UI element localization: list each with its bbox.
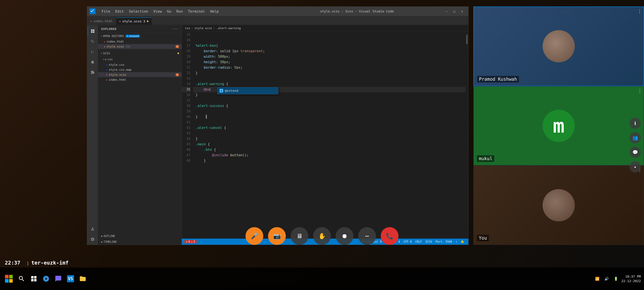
- tile-menu-mukul[interactable]: ⋮: [638, 88, 642, 93]
- participants-button[interactable]: 👥: [630, 132, 641, 143]
- browser-taskbar[interactable]: [40, 273, 52, 284]
- ln-27: 27: [182, 43, 190, 49]
- sync-icon: ↑: [454, 240, 459, 243]
- css-folder-header[interactable]: ▾ ▶ css: [98, 56, 182, 62]
- chat-button[interactable]: 💬: [630, 147, 641, 158]
- tab-scss-icon: ◆: [119, 20, 120, 23]
- taskbar: VS 📶 🔊 🔋 10:37 PM 22-12-2022: [0, 267, 644, 290]
- code-line-38: .alert-success {: [193, 103, 468, 109]
- menu-file[interactable]: File: [99, 9, 112, 14]
- port-info: Port: 5500: [434, 240, 454, 243]
- scrollbar-thumb[interactable]: [466, 35, 468, 44]
- file-style-css-map[interactable]: # style.css.map: [98, 67, 182, 72]
- more-options-button[interactable]: ⋯: [358, 227, 376, 245]
- token: }: [196, 70, 198, 76]
- menu-terminal[interactable]: Terminal: [186, 9, 207, 14]
- explorer-title: EXPLORER: [101, 27, 116, 31]
- info-button[interactable]: ℹ: [630, 118, 641, 129]
- activities-button[interactable]: ✦: [630, 161, 641, 172]
- search-taskbar[interactable]: [16, 273, 27, 284]
- explorer-more-button[interactable]: ···: [172, 27, 178, 31]
- tile-menu-pramod[interactable]: ⋮: [638, 9, 642, 14]
- timeline-section-header[interactable]: ▶ TIMELINE: [98, 239, 182, 245]
- menu-help[interactable]: Help: [208, 9, 221, 14]
- raise-hand-button[interactable]: ✋: [313, 227, 331, 245]
- ln-44: 44: [182, 136, 190, 142]
- file-name: style.css.map: [109, 68, 132, 71]
- code-line-29: width: 500px;: [193, 54, 468, 60]
- ln-33: 33: [182, 76, 190, 81]
- tray-network[interactable]: 📶: [594, 275, 601, 282]
- mic-button[interactable]: 🎤: [246, 227, 263, 245]
- activity-explorer[interactable]: [88, 26, 98, 36]
- camera-button[interactable]: 📷: [268, 227, 286, 245]
- chevron-down-icon-css: ▾: [103, 58, 104, 61]
- token: .btn: [204, 147, 212, 153]
- menu-run[interactable]: Run: [174, 9, 185, 14]
- error-count-text: 0: [188, 240, 190, 243]
- folder-icon: ▶: [105, 58, 106, 61]
- chevron-right-icon-tl: ▶: [101, 240, 102, 243]
- open-file-index-html[interactable]: ◆ index.html: [98, 39, 182, 44]
- code-line-43: [193, 131, 468, 136]
- autocomplete-item-extend[interactable]: @ @extend: [217, 87, 278, 94]
- code-line-26: [193, 38, 468, 43]
- token: [196, 153, 212, 158]
- tab-bar: ◆ index.html ◆ style.scss 3: [87, 16, 468, 25]
- scss-section-header[interactable]: ▾ SCSS: [98, 50, 182, 56]
- explorer-taskbar[interactable]: [77, 273, 88, 284]
- activity-account[interactable]: [88, 224, 98, 234]
- ln-30: 30: [182, 60, 190, 65]
- token: width: [196, 54, 214, 60]
- menu-go[interactable]: Go: [165, 9, 174, 14]
- code-lines[interactable]: %alert-box{ border: solid 1px transparen…: [193, 32, 468, 239]
- screen-share-button[interactable]: 🖥: [290, 227, 308, 245]
- tab-html-label: index.html: [93, 19, 112, 23]
- open-editors-header[interactable]: ▾ OPEN EDITORS 1 unsaved: [98, 33, 182, 39]
- code-editor[interactable]: css > style.scss > .alert-warning 25 26 …: [182, 25, 468, 245]
- outline-section-header[interactable]: ▶ OUTLINE: [98, 233, 182, 239]
- scss-section-label: SCSS: [103, 52, 110, 55]
- token: {: [224, 103, 228, 109]
- ln-32: 32: [182, 70, 190, 76]
- token: {: [224, 81, 228, 87]
- start-button[interactable]: [3, 273, 14, 284]
- menu-selection[interactable]: Selection: [127, 9, 150, 14]
- tray-battery[interactable]: 🔋: [612, 275, 620, 282]
- record-button[interactable]: ⏺: [336, 227, 354, 245]
- end-call-button[interactable]: 📞: [381, 227, 398, 245]
- file-extra-label: css: [126, 45, 130, 48]
- scrollbar[interactable]: [466, 32, 468, 239]
- file-style-scss-main[interactable]: # style.scss 3: [98, 72, 182, 77]
- file-index-html-main[interactable]: ◆ index.html: [98, 77, 182, 82]
- widgets-taskbar[interactable]: [28, 273, 39, 284]
- tab-index-html[interactable]: ◆ index.html: [87, 18, 116, 25]
- chat-taskbar[interactable]: [53, 273, 64, 284]
- code-line-33: [193, 76, 468, 81]
- ln-46: 46: [182, 147, 190, 153]
- activity-settings[interactable]: [88, 234, 98, 244]
- activity-extensions[interactable]: [88, 68, 98, 77]
- autocomplete-item-label: @extend: [225, 88, 238, 93]
- avatar-img-you: [542, 189, 575, 221]
- activity-debug[interactable]: [88, 57, 98, 67]
- bell-icon[interactable]: 🔔: [459, 240, 466, 243]
- menu-edit[interactable]: Edit: [113, 9, 126, 14]
- tray-volume[interactable]: 🔊: [603, 275, 610, 282]
- cursor-ghost: ▌: [206, 114, 208, 120]
- error-count[interactable]: ✕ 0 ⚠ 3: [184, 240, 196, 243]
- vscode-taskbar[interactable]: VS: [65, 273, 76, 284]
- menu-view[interactable]: View: [151, 9, 164, 14]
- maximize-button[interactable]: □: [451, 8, 458, 14]
- minimize-button[interactable]: —: [443, 8, 450, 14]
- activity-search[interactable]: [88, 37, 98, 46]
- tab-style-scss[interactable]: ◆ style.scss 3: [116, 18, 152, 25]
- token: ;: [240, 65, 242, 70]
- autocomplete-dropdown[interactable]: @ @extend: [217, 87, 278, 94]
- file-style-css[interactable]: # style.css: [98, 62, 182, 67]
- meeting-info: 22:37 | ter-euzk-imf: [5, 260, 68, 266]
- activity-source-control[interactable]: [88, 47, 98, 57]
- open-file-style-scss[interactable]: ◆ style.scss css 3: [98, 44, 182, 49]
- line-ending-info: CRLF: [414, 240, 424, 243]
- close-button[interactable]: ✕: [458, 8, 466, 14]
